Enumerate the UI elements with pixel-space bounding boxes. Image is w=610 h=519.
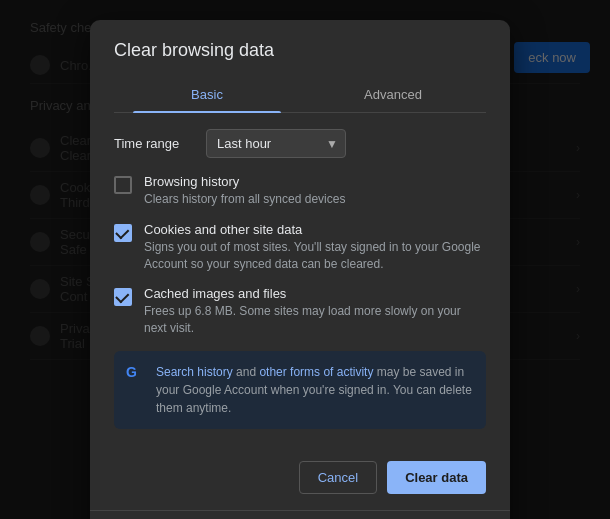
account-section: ✓ Patrick Hearn Syncing to phearn.ph@gma… bbox=[90, 510, 510, 519]
clear-data-button[interactable]: Clear data bbox=[387, 461, 486, 494]
info-text-middle: and bbox=[233, 365, 260, 379]
checkbox-cached[interactable] bbox=[114, 288, 132, 306]
checkbox-desc-cookies: Signs you out of most sites. You'll stay… bbox=[144, 239, 486, 273]
checkbox-item-cached: Cached images and files Frees up 6.8 MB.… bbox=[114, 286, 486, 337]
time-range-select[interactable]: Last hour Last 24 hours Last 7 days Last… bbox=[206, 129, 346, 158]
modal-header: Clear browsing data Basic Advanced bbox=[90, 20, 510, 113]
info-box: G Search history and other forms of acti… bbox=[114, 351, 486, 429]
tab-basic[interactable]: Basic bbox=[114, 77, 300, 112]
checkbox-title-browsing-history: Browsing history bbox=[144, 174, 345, 189]
checkbox-cookies[interactable] bbox=[114, 224, 132, 242]
modal-actions: Cancel Clear data bbox=[90, 461, 510, 510]
info-box-text: Search history and other forms of activi… bbox=[156, 363, 474, 417]
other-forms-link[interactable]: other forms of activity bbox=[259, 365, 373, 379]
search-history-link[interactable]: Search history bbox=[156, 365, 233, 379]
google-g-icon: G bbox=[126, 364, 146, 384]
time-range-row: Time range Last hour Last 24 hours Last … bbox=[114, 129, 486, 158]
checkbox-title-cached: Cached images and files bbox=[144, 286, 486, 301]
clear-browsing-data-modal: Clear browsing data Basic Advanced Time … bbox=[90, 20, 510, 519]
time-range-label: Time range bbox=[114, 136, 194, 151]
modal-tabs: Basic Advanced bbox=[114, 77, 486, 113]
cancel-button[interactable]: Cancel bbox=[299, 461, 377, 494]
checkbox-browsing-history[interactable] bbox=[114, 176, 132, 194]
time-range-select-wrapper: Last hour Last 24 hours Last 7 days Last… bbox=[206, 129, 346, 158]
checkbox-item-cookies: Cookies and other site data Signs you ou… bbox=[114, 222, 486, 273]
modal-title: Clear browsing data bbox=[114, 40, 486, 61]
checkbox-title-cookies: Cookies and other site data bbox=[144, 222, 486, 237]
modal-body: Time range Last hour Last 24 hours Last … bbox=[90, 113, 510, 461]
checkbox-desc-cached: Frees up 6.8 MB. Some sites may load mor… bbox=[144, 303, 486, 337]
checkbox-desc-browsing-history: Clears history from all synced devices bbox=[144, 191, 345, 208]
tab-advanced[interactable]: Advanced bbox=[300, 77, 486, 112]
checkbox-item-browsing-history: Browsing history Clears history from all… bbox=[114, 174, 486, 208]
